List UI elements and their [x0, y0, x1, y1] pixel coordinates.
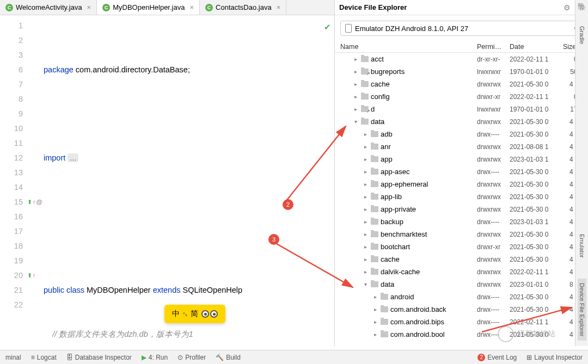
folder-icon [361, 56, 369, 62]
panel-title: Device File Explorer [339, 3, 558, 11]
tree-row[interactable]: ▸ com.android.bips drwx---- 2022-02-11 1… [335, 316, 588, 328]
folder-icon [371, 256, 378, 262]
tree-row[interactable]: ▸ app-private drwxrwx 2021-05-30 0 4 KB [335, 203, 588, 215]
folder-icon [371, 219, 378, 225]
layout-inspector-tab[interactable]: ⊞ Layout Inspector [526, 354, 583, 361]
folder-icon [371, 144, 378, 150]
folder-icon [361, 69, 369, 75]
tree-row[interactable]: ▸ app drwxrwx 2023-01-03 1 4 KB [335, 153, 588, 165]
tree-row[interactable]: ▸ bootchart drwxr-xr 2021-05-30 0 4 KB [335, 240, 588, 253]
chevron-icon[interactable]: ▸ [362, 169, 369, 175]
tab-emulator[interactable]: Emulator [578, 230, 586, 262]
chevron-icon[interactable]: ▸ [362, 206, 369, 212]
tree-row[interactable]: ▸ bugreports lrwxrwxr 1970-01-01 0 50 B [335, 65, 588, 78]
chevron-icon[interactable]: ▸ [352, 94, 359, 100]
build-tab[interactable]: 🔨 Build [216, 354, 241, 361]
right-toolbar: 🐘 Gradle Emulator Device File Explorer [575, 0, 588, 346]
tree-row[interactable]: ▸ com.android.back drwx---- 2021-05-30 0… [335, 303, 588, 316]
chevron-icon[interactable]: ▸ [362, 244, 369, 250]
ime-widget[interactable]: 中 º₁ 简 [164, 305, 225, 323]
tree-row[interactable]: ▸ com.android.bool drwx---- 2021-05-30 0… [335, 328, 588, 341]
tree-header: Name Permi… Date Size [335, 41, 588, 53]
tree-row[interactable]: ▸ d lrwxrwxr 1970-01-01 0 17 B [335, 103, 588, 115]
chevron-icon[interactable]: ▸ [362, 269, 369, 275]
check-icon: ✔ [324, 20, 331, 34]
folder-icon [371, 194, 378, 200]
close-icon[interactable]: × [189, 3, 194, 11]
folder-icon [381, 331, 388, 337]
tab-mydbopenhelper[interactable]: CMyDBOpenHelper.java× [97, 0, 200, 15]
folder-icon [361, 81, 369, 87]
folder-icon [381, 319, 388, 325]
database-inspector-tab[interactable]: 🗄 Database Inspector [66, 354, 132, 361]
folder-icon [371, 244, 378, 250]
device-file-explorer: Device File Explorer ⚙ — Emulator DZH An… [334, 0, 588, 346]
chevron-icon[interactable]: ▸ [372, 294, 378, 300]
tree-row[interactable]: ▸ app-lib drwxrwx 2021-05-30 0 4 KB [335, 190, 588, 203]
run-tab[interactable]: ▶ 4: Run [142, 354, 168, 361]
code-editor[interactable]: ✔ package com.android.directory.DataBase… [44, 15, 334, 346]
tree-row[interactable]: ▸ config drwxr-xr 2022-02-11 1 0 B [335, 90, 588, 103]
logcat-tab[interactable]: ≡ Logcat [31, 354, 57, 361]
tree-row[interactable]: ▸ app-asec drwx---- 2021-05-30 0 4 KB [335, 165, 588, 178]
class-icon: C [102, 4, 110, 11]
tab-welcome[interactable]: CWelcomeActivity.java× [0, 0, 97, 15]
class-icon: C [5, 4, 13, 11]
chevron-icon[interactable]: ▾ [352, 119, 359, 125]
tree-row[interactable]: ▸ anr drwxrwx 2021-08-08 1 4 KB [335, 140, 588, 153]
chevron-icon[interactable]: ▸ [362, 231, 369, 237]
class-icon: C [205, 4, 213, 11]
folder-icon [371, 206, 378, 212]
folder-icon [371, 181, 378, 187]
profiler-tab[interactable]: ⊙ Profiler [177, 354, 206, 361]
folder-icon [371, 231, 378, 237]
tab-device-file-explorer[interactable]: Device File Explorer [578, 279, 586, 341]
tab-gradle[interactable]: Gradle [578, 22, 586, 48]
chevron-icon[interactable]: ▸ [362, 256, 369, 262]
device-selector[interactable]: Emulator DZH Android 8.1.0, API 27 ▾ [340, 21, 583, 36]
tab-contactsdao[interactable]: CContactsDao.java× [200, 0, 286, 15]
folder-icon [371, 281, 378, 287]
tree-row[interactable]: ▸ acct dr-xr-xr- 2022-02-11 1 0 B [335, 53, 588, 65]
file-tree[interactable]: ▸ acct dr-xr-xr- 2022-02-11 1 0 B ▸ bugr… [335, 53, 588, 346]
close-icon[interactable]: × [277, 3, 281, 11]
chevron-icon[interactable]: ▸ [372, 306, 378, 312]
tree-row[interactable]: ▸ adb drwx---- 2021-05-30 0 4 KB [335, 128, 588, 140]
tree-row[interactable]: ▾ data drwxrwx 2021-05-30 0 4 KB [335, 115, 588, 128]
chevron-icon[interactable]: ▸ [372, 319, 378, 325]
tree-row[interactable]: ▸ cache drwxrwx 2021-05-30 0 4 KB [335, 253, 588, 266]
chevron-icon[interactable]: ▸ [362, 156, 369, 162]
tree-row[interactable]: ▸ backup drwx---- 2023-01-03 1 4 KB [335, 215, 588, 228]
folder-icon [361, 94, 369, 100]
tree-row[interactable]: ▸ dalvik-cache drwxrwx 2022-02-11 1 4 KB [335, 266, 588, 278]
gradle-icon[interactable]: 🐘 [577, 2, 586, 11]
tree-row[interactable]: ▸ app-ephemeral drwxrwx 2021-05-30 0 4 K… [335, 178, 588, 190]
folder-icon [381, 306, 388, 312]
chevron-icon[interactable]: ▾ [362, 281, 369, 287]
folder-icon [371, 169, 378, 175]
chevron-icon[interactable]: ▸ [362, 194, 369, 200]
close-icon[interactable]: × [87, 3, 91, 11]
line-gutter: 123678910111213141516171819202122 [0, 15, 27, 346]
folder-icon [371, 131, 378, 137]
tree-row[interactable]: ▸ android drwx---- 2021-05-30 0 4 KB [335, 291, 588, 303]
gear-icon[interactable]: ⚙ [564, 3, 571, 12]
chevron-icon[interactable]: ▸ [372, 331, 378, 337]
chevron-icon[interactable]: ▸ [362, 219, 369, 225]
tree-row[interactable]: ▸ cache drwxrwx 2021-05-30 0 4 KB [335, 78, 588, 90]
minion-icon [201, 310, 218, 318]
folder-icon [371, 156, 378, 162]
chevron-icon[interactable]: ▸ [362, 144, 369, 150]
terminal-tab[interactable]: minal [5, 354, 21, 361]
chevron-icon[interactable]: ▸ [362, 181, 369, 187]
chevron-icon[interactable]: ▸ [352, 81, 359, 87]
folder-icon [371, 269, 378, 275]
tree-row[interactable]: ▾ data drwxrwx 2023-01-01 0 8 KB [335, 278, 588, 291]
chevron-icon[interactable]: ▸ [362, 131, 369, 137]
event-log-tab[interactable]: 2 Event Log [477, 354, 517, 361]
tree-row[interactable]: ▸ benchmarktest drwxrwx 2021-05-30 0 4 K… [335, 228, 588, 240]
chevron-icon[interactable]: ▸ [352, 56, 359, 62]
chevron-icon[interactable]: ▸ [352, 69, 359, 75]
annotation-badge-3: 3 [268, 234, 279, 245]
chevron-icon[interactable]: ▸ [352, 106, 359, 112]
